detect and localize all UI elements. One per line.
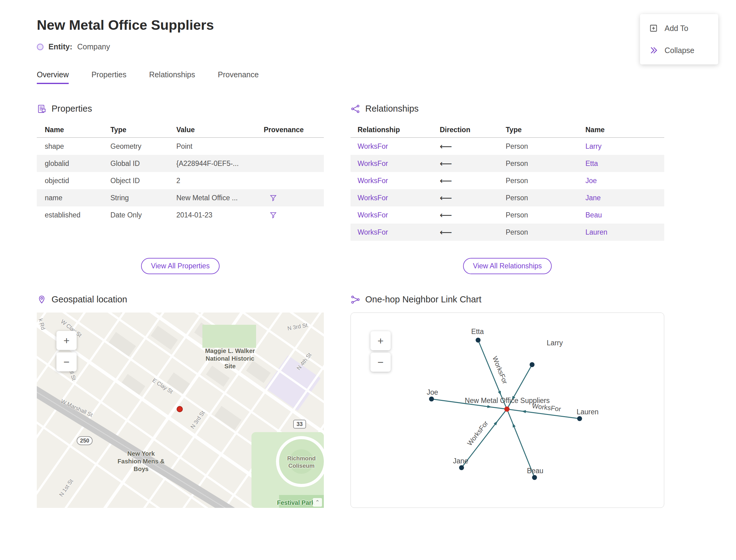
- link-chart-render: [351, 313, 664, 508]
- geospatial-section-title: Geospatial location: [52, 294, 127, 305]
- related-entity-link[interactable]: Etta: [585, 159, 664, 168]
- provenance-icon[interactable]: [269, 194, 277, 202]
- property-value: 2014-01-23: [176, 211, 264, 219]
- provenance-icon[interactable]: [269, 211, 277, 219]
- node-lauren[interactable]: [577, 416, 582, 421]
- relationship-link[interactable]: WorksFor: [358, 159, 440, 168]
- direction-arrow: ⟵: [440, 227, 506, 237]
- link-chart-section-header: One-hop Neighbor Link Chart: [351, 294, 664, 305]
- relationship-row: WorksFor ⟵ Person Etta: [351, 155, 664, 172]
- related-entity-link[interactable]: Larry: [585, 142, 664, 151]
- tab-properties[interactable]: Properties: [91, 70, 126, 84]
- link-chart-canvas[interactable]: + − Etta Larry Joe Lauren Jane Beau New …: [351, 313, 664, 508]
- tab-provenance[interactable]: Provenance: [218, 70, 259, 84]
- relationship-link[interactable]: WorksFor: [358, 211, 440, 219]
- property-value: {A228944F-0EF5-...: [176, 159, 264, 168]
- collapse-button[interactable]: Collapse: [640, 39, 718, 61]
- node-joe[interactable]: [429, 397, 434, 401]
- entity-detail-page: Add To Collapse New Metal Office Supplie…: [0, 0, 736, 560]
- relationship-link[interactable]: WorksFor: [358, 194, 440, 202]
- col-header-type: Type: [110, 126, 176, 134]
- property-name: objectid: [45, 177, 110, 185]
- property-name: established: [45, 211, 110, 219]
- relationship-row: WorksFor ⟵ Person Beau: [351, 206, 664, 224]
- direction-arrow: ⟵: [440, 159, 506, 169]
- relationship-type: Person: [506, 228, 585, 236]
- node-label-lauren: Lauren: [577, 408, 599, 416]
- property-row: objectid Object ID 2: [37, 172, 324, 189]
- chevrons-right-icon: [649, 45, 658, 55]
- properties-section-title: Properties: [52, 104, 92, 114]
- entity-value: Company: [77, 42, 110, 51]
- node-label-joe: Joe: [427, 388, 438, 397]
- relationship-type: Person: [506, 177, 585, 185]
- route-shield-33: 33: [293, 420, 306, 429]
- add-to-icon: [649, 23, 658, 33]
- entity-label: Entity:: [48, 42, 72, 51]
- node-label-jane: Jane: [453, 457, 468, 465]
- relationships-section-title: Relationships: [365, 104, 419, 114]
- related-entity-link[interactable]: Lauren: [585, 228, 664, 236]
- related-entity-link[interactable]: Jane: [585, 194, 664, 202]
- map-canvas[interactable]: + − k Rd W Clay St N 3rd St N 4th St Mag…: [37, 313, 324, 508]
- property-value: Point: [176, 142, 264, 151]
- map-render: [37, 313, 324, 508]
- link-chart-section-title: One-hop Neighbor Link Chart: [365, 294, 481, 305]
- map-zoom-out-button[interactable]: −: [56, 352, 77, 371]
- property-value: 2: [176, 177, 264, 185]
- col-header-direction: Direction: [440, 126, 506, 134]
- node-larry[interactable]: [530, 362, 535, 367]
- view-all-relationships-button[interactable]: View All Relationships: [463, 258, 552, 274]
- relationship-row: WorksFor ⟵ Person Lauren: [351, 224, 664, 241]
- relationships-table: Relationship Direction Type Name WorksFo…: [351, 122, 664, 241]
- geospatial-section-header: Geospatial location: [37, 294, 324, 305]
- relationships-panel: Relationships Relationship Direction Typ…: [351, 104, 664, 274]
- tab-relationships[interactable]: Relationships: [149, 70, 195, 84]
- property-row: name String New Metal Office ...: [37, 189, 324, 206]
- node-etta[interactable]: [476, 338, 481, 343]
- node-center[interactable]: [504, 407, 510, 412]
- view-all-properties-button[interactable]: View All Properties: [141, 258, 219, 274]
- relationship-link[interactable]: WorksFor: [358, 142, 440, 151]
- property-name: name: [45, 194, 110, 202]
- properties-panel: Properties Name Type Value Provenance sh…: [37, 104, 324, 274]
- relationships-table-header: Relationship Direction Type Name: [351, 122, 664, 138]
- properties-icon: [37, 104, 47, 114]
- direction-arrow: ⟵: [440, 210, 506, 220]
- chart-zoom-in-button[interactable]: +: [370, 331, 391, 350]
- node-beau[interactable]: [532, 475, 537, 480]
- relationship-row: WorksFor ⟵ Person Joe: [351, 172, 664, 189]
- map-attribution-expander[interactable]: ⌃: [313, 498, 322, 507]
- route-shield-250: 250: [77, 436, 93, 445]
- property-name: shape: [45, 142, 110, 151]
- relationship-row: WorksFor ⟵ Person Jane: [351, 189, 664, 206]
- relationship-link[interactable]: WorksFor: [358, 177, 440, 185]
- direction-arrow: ⟵: [440, 193, 506, 203]
- related-entity-link[interactable]: Joe: [585, 177, 664, 185]
- relationships-section-header: Relationships: [351, 104, 664, 114]
- node-jane[interactable]: [459, 465, 464, 470]
- chart-zoom-controls: + −: [370, 331, 391, 372]
- relationship-type: Person: [506, 142, 585, 151]
- properties-table-header: Name Type Value Provenance: [37, 122, 324, 138]
- node-label-beau: Beau: [527, 467, 543, 475]
- direction-arrow: ⟵: [440, 176, 506, 186]
- floating-action-card: Add To Collapse: [640, 14, 718, 64]
- add-to-button[interactable]: Add To: [640, 17, 718, 39]
- map-zoom-in-button[interactable]: +: [56, 331, 77, 350]
- related-entity-link[interactable]: Beau: [585, 211, 664, 219]
- relationship-link[interactable]: WorksFor: [358, 228, 440, 236]
- geospatial-panel: Geospatial location: [37, 294, 324, 508]
- tab-overview[interactable]: Overview: [37, 70, 69, 84]
- relationship-type: Person: [506, 211, 585, 219]
- property-row: established Date Only 2014-01-23: [37, 206, 324, 224]
- col-header-value: Value: [176, 126, 264, 134]
- property-row: shape Geometry Point: [37, 138, 324, 155]
- entity-dot-icon: [37, 44, 44, 50]
- property-row: globalid Global ID {A228944F-0EF5-...: [37, 155, 324, 172]
- tab-bar: Overview Properties Relationships Proven…: [37, 70, 736, 84]
- chart-zoom-out-button[interactable]: −: [370, 353, 391, 372]
- relationship-type: Person: [506, 159, 585, 168]
- property-name: globalid: [45, 159, 110, 168]
- map-marker: [177, 406, 182, 412]
